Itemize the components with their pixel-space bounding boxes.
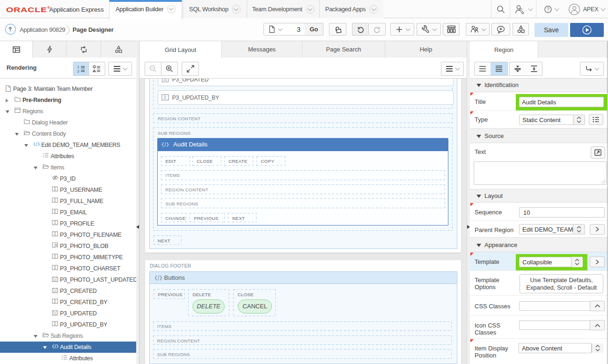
svg-text:2: 2 — [77, 69, 80, 73]
svg-text:1: 1 — [77, 65, 80, 69]
svg-text:?: ? — [547, 7, 549, 12]
